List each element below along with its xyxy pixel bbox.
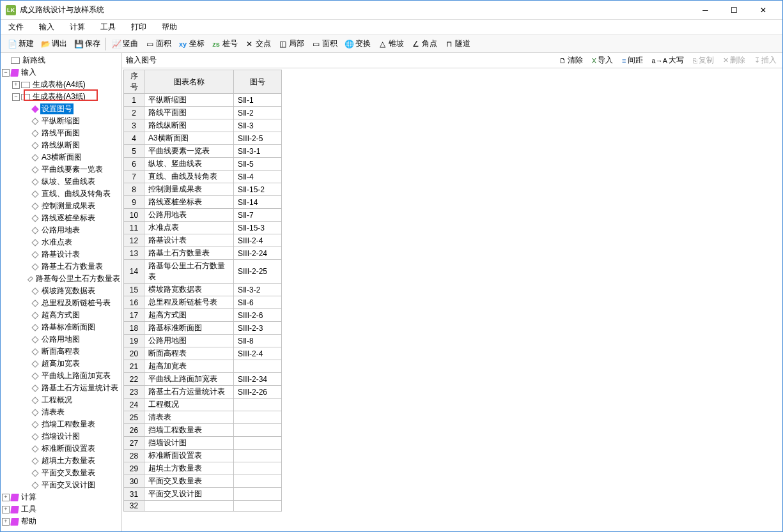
row-number[interactable]: 14	[124, 260, 144, 284]
cell-code[interactable]: SⅡ-15-2	[234, 183, 282, 196]
table-row[interactable]: 12路基设计表SIII-2-4	[124, 234, 282, 247]
headtool-大写[interactable]: a→A大写	[650, 54, 686, 66]
sidebar-tree[interactable]: 新路线−输入+生成表格(A4纸)−生成表格(A3纸)设置图号平纵断缩图路线平面图…	[1, 53, 122, 531]
cell-name[interactable]: 控制测量成果表	[144, 183, 234, 196]
toolbar-锥坡[interactable]: △锥坡	[375, 37, 407, 50]
table-row[interactable]: 11水准点表SⅡ-15-3	[124, 222, 282, 234]
tree-item-29[interactable]: 平面交叉数量表	[1, 467, 121, 479]
cell-name[interactable]: 平面交叉设计图	[144, 488, 234, 501]
tree-item-30[interactable]: 平面交叉设计图	[1, 479, 121, 491]
tree-item-18[interactable]: 公路用地图	[1, 333, 121, 346]
cell-name[interactable]: 公路用地图	[144, 335, 234, 347]
table-row[interactable]: 32	[124, 501, 282, 512]
cell-code[interactable]	[234, 424, 282, 437]
headtool-间距[interactable]: ≡间距	[620, 54, 644, 66]
table-row[interactable]: 24工程概况	[124, 399, 282, 411]
cell-code[interactable]: SIII-2-26	[234, 386, 282, 399]
table-row[interactable]: 21超高加宽表	[124, 360, 282, 373]
cell-code[interactable]: SIII-2-4	[234, 234, 282, 247]
cell-name[interactable]: 标准断面设置表	[144, 450, 234, 462]
tree-toggle[interactable]: −	[2, 69, 10, 77]
menu-5[interactable]: 帮助	[159, 20, 180, 34]
tree-item-28[interactable]: 超填土方数量表	[1, 455, 121, 467]
menu-1[interactable]: 输入	[36, 20, 57, 34]
menu-2[interactable]: 计算	[67, 20, 88, 34]
cell-code[interactable]: SIII-2-4	[234, 347, 282, 360]
table-row[interactable]: 22平曲线上路面加宽表SIII-2-34	[124, 373, 282, 386]
table-row[interactable]: 18路基标准断面图SIII-2-3	[124, 322, 282, 335]
row-number[interactable]: 11	[124, 222, 144, 234]
row-number[interactable]: 13	[124, 247, 144, 260]
tree-item-26[interactable]: 挡墙设计图	[1, 430, 121, 443]
col-header[interactable]: 图表名称	[144, 70, 234, 94]
cell-name[interactable]: 路线逐桩坐标表	[144, 196, 234, 209]
tree-item-23[interactable]: 工程概况	[1, 394, 121, 406]
cell-name[interactable]: 平面交叉数量表	[144, 475, 234, 488]
table-row[interactable]: 10公路用地表SⅡ-7	[124, 209, 282, 222]
tree-toggle[interactable]: +	[2, 518, 10, 526]
cell-code[interactable]: SⅡ-5	[234, 158, 282, 171]
cell-code[interactable]: SⅡ-3	[234, 119, 282, 132]
table-row[interactable]: 30平面交叉数量表	[124, 475, 282, 488]
cell-name[interactable]: 纵坡、竖曲线表	[144, 158, 234, 171]
cell-code[interactable]	[234, 437, 282, 450]
row-number[interactable]: 23	[124, 386, 144, 399]
cell-code[interactable]: SⅡ-7	[234, 209, 282, 222]
toolbar-调出[interactable]: 📂调出	[38, 37, 70, 50]
row-number[interactable]: 20	[124, 347, 144, 360]
tree-item-4[interactable]: 平曲线要素一览表	[1, 163, 121, 176]
row-number[interactable]: 8	[124, 183, 144, 196]
tree-item-13[interactable]: 路基每公里土石方数量表	[1, 273, 121, 285]
cell-name[interactable]: 断面高程表	[144, 347, 234, 360]
row-number[interactable]: 17	[124, 309, 144, 322]
cell-name[interactable]: 公路用地表	[144, 209, 234, 222]
table-row[interactable]: 23路基土石方运量统计表SIII-2-26	[124, 386, 282, 399]
table-row[interactable]: 15横坡路宽数据表SⅡ-3-2	[124, 284, 282, 296]
row-number[interactable]: 27	[124, 437, 144, 450]
cell-name[interactable]: 平曲线上路面加宽表	[144, 373, 234, 386]
cell-name[interactable]: 横坡路宽数据表	[144, 284, 234, 296]
cell-code[interactable]	[234, 501, 282, 512]
row-number[interactable]: 18	[124, 322, 144, 335]
col-header[interactable]: 图号	[234, 70, 282, 94]
tree-item-2[interactable]: 路线纵断图	[1, 139, 121, 151]
cell-name[interactable]: 路线平面图	[144, 107, 234, 119]
cell-name[interactable]: 路基设计表	[144, 234, 234, 247]
cell-code[interactable]: SⅡ-8	[234, 335, 282, 347]
tree-item-27[interactable]: 标准断面设置表	[1, 443, 121, 455]
table-row[interactable]: 16总里程及断链桩号表SⅡ-6	[124, 296, 282, 309]
cell-name[interactable]: 挡墙工程数量表	[144, 424, 234, 437]
row-number[interactable]: 31	[124, 488, 144, 501]
tree-calc[interactable]: +计算	[1, 491, 121, 503]
cell-name[interactable]: 路基每公里土石方数量表	[144, 260, 234, 284]
row-number[interactable]: 3	[124, 119, 144, 132]
cell-code[interactable]: SⅡ-6	[234, 296, 282, 309]
tree-item-0[interactable]: 平纵断缩图	[1, 115, 121, 127]
toolbar-角点[interactable]: ∠角点	[408, 37, 440, 50]
tree-input[interactable]: −输入	[1, 66, 121, 79]
table-row[interactable]: 2路线平面图SⅡ-2	[124, 107, 282, 119]
cell-name[interactable]: A3横断面图	[144, 132, 234, 145]
tree-a3[interactable]: −生成表格(A3纸)	[1, 91, 121, 103]
row-number[interactable]: 4	[124, 132, 144, 145]
row-number[interactable]: 30	[124, 475, 144, 488]
cell-code[interactable]: SIII-2-6	[234, 309, 282, 322]
table-row[interactable]: 6纵坡、竖曲线表SⅡ-5	[124, 158, 282, 171]
row-number[interactable]: 19	[124, 335, 144, 347]
toolbar-新建[interactable]: 📄新建	[4, 37, 36, 50]
tree-item-10[interactable]: 水准点表	[1, 236, 121, 248]
row-number[interactable]: 15	[124, 284, 144, 296]
table-row[interactable]: 25清表表	[124, 411, 282, 424]
cell-name[interactable]	[144, 501, 234, 512]
table-row[interactable]: 17超高方式图SIII-2-6	[124, 309, 282, 322]
table-row[interactable]: 26挡墙工程数量表	[124, 424, 282, 437]
tree-root[interactable]: 新路线	[1, 54, 121, 66]
cell-name[interactable]: 直线、曲线及转角表	[144, 171, 234, 183]
tree-a4[interactable]: +生成表格(A4纸)	[1, 79, 121, 91]
tree-toggle[interactable]: +	[2, 506, 10, 513]
table-row[interactable]: 8控制测量成果表SⅡ-15-2	[124, 183, 282, 196]
row-number[interactable]: 7	[124, 171, 144, 183]
row-number[interactable]: 1	[124, 94, 144, 107]
table-row[interactable]: 7直线、曲线及转角表SⅡ-4	[124, 171, 282, 183]
cell-code[interactable]: SIII-2-34	[234, 373, 282, 386]
